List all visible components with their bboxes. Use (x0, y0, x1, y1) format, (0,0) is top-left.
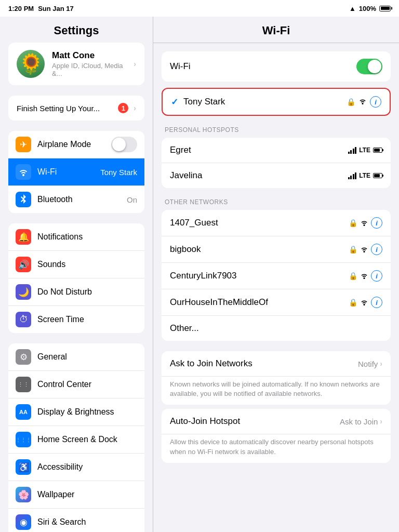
lock-icon: 🔒 (347, 98, 355, 106)
ask-to-join-value: Notify (358, 360, 378, 368)
accessibility-icon: ♿ (16, 459, 31, 475)
profile-name: Matt Cone (52, 50, 126, 61)
bar4 (355, 172, 356, 179)
info-icon-centurylink[interactable]: i (371, 270, 382, 282)
bar2 (350, 176, 352, 179)
wifi-toggle-label: Wi-Fi (170, 61, 191, 72)
airplane-icon: ✈ (16, 137, 31, 152)
lock-icon-ourhouse: 🔒 (349, 298, 357, 307)
bluetooth-icon (16, 192, 31, 207)
network-ourhouse-icons: 🔒 i (349, 297, 382, 308)
network-bigbook-icons: 🔒 i (349, 244, 382, 255)
controlcenter-icon: ⋮⋮ (16, 377, 31, 392)
wifi-toggle[interactable] (356, 59, 382, 74)
hotspot-javelina-icons: LTE (348, 172, 382, 179)
bar2 (350, 150, 352, 154)
status-bar-left: 1:20 PM Sun Jan 17 (8, 5, 74, 12)
time: 1:20 PM (8, 5, 34, 12)
controlcenter-label: Control Center (37, 380, 137, 389)
sidebar-item-notifications[interactable]: 🔔 Notifications (8, 223, 144, 251)
sidebar-item-donotdisturb[interactable]: 🌙 Do Not Disturb (8, 278, 144, 306)
auto-join-card: Auto-Join Hotspot Ask to Join › Allow th… (162, 409, 391, 462)
connected-network-name: Tony Stark (183, 97, 341, 107)
airplane-toggle[interactable] (111, 137, 137, 152)
sidebar-item-controlcenter[interactable]: ⋮⋮ Control Center (8, 371, 144, 398)
sidebar-item-display[interactable]: AA Display & Brightness (8, 398, 144, 426)
display-icon: AA (16, 404, 31, 420)
hotspot-javelina-name: Javelina (170, 170, 343, 181)
homescreen-icon: ⋮⋮⋮ (16, 432, 31, 447)
sounds-icon: 🔊 (16, 257, 31, 272)
ask-to-join-row[interactable]: Ask to Join Networks Notify › (162, 351, 391, 377)
accessibility-label: Accessibility (37, 462, 137, 472)
network-other[interactable]: Other... (162, 316, 391, 341)
network-ourhouse-name: OurHouseInTheMiddleOf (170, 297, 343, 308)
javelina-battery-icon (373, 173, 382, 178)
wifi-icon: ▲ (349, 5, 356, 12)
hotspots-card: Egret LTE Javelina (162, 138, 391, 188)
sidebar-item-wifi[interactable]: Wi-Fi Tony Stark (8, 158, 144, 186)
info-icon-bigbook[interactable]: i (371, 244, 382, 255)
connected-network-card[interactable]: ✓ Tony Stark 🔒 i (162, 88, 391, 116)
battery-icon (379, 6, 391, 11)
network-1407guest[interactable]: 1407_Guest 🔒 i (162, 210, 391, 236)
wifi-nav-label: Wi-Fi (37, 167, 94, 177)
ask-to-join-chevron: › (380, 360, 382, 368)
sidebar-title: Settings (0, 17, 153, 43)
hotspot-egret[interactable]: Egret LTE (162, 138, 391, 163)
network-centurylink-name: CenturyLink7903 (170, 271, 343, 281)
sidebar-item-sounds[interactable]: 🔊 Sounds (8, 251, 144, 278)
wifi-toggle-row: Wi-Fi (170, 51, 382, 82)
sidebar-item-homescreen[interactable]: ⋮⋮⋮ Home Screen & Dock (8, 426, 144, 454)
display-label: Display & Brightness (37, 407, 137, 417)
profile-info: Matt Cone Apple ID, iCloud, Media &... (52, 50, 126, 77)
sidebar-item-screentime[interactable]: ⏱ Screen Time (8, 306, 144, 333)
connectivity-group: ✈ Airplane Mode Wi-Fi Tony Stark (8, 131, 144, 213)
general-icon: ⚙ (16, 349, 31, 365)
sidebar-item-general[interactable]: ⚙ General (8, 343, 144, 371)
profile-card[interactable]: Matt Cone Apple ID, iCloud, Media &... › (8, 43, 144, 85)
hotspot-javelina[interactable]: Javelina LTE (162, 163, 391, 188)
sidebar-item-wallpaper[interactable]: 🌸 Wallpaper (8, 481, 144, 509)
notifications-icon: 🔔 (16, 229, 31, 245)
wallpaper-icon: 🌸 (16, 487, 31, 502)
connected-info-icon[interactable]: i (370, 96, 381, 108)
right-panel-title: Wi-Fi (153, 17, 399, 43)
lock-icon-bigbook: 🔒 (349, 245, 357, 254)
auto-join-chevron: › (380, 417, 382, 425)
sidebar-item-airplane[interactable]: ✈ Airplane Mode (8, 131, 144, 158)
profile-chevron: › (134, 60, 136, 68)
bar3 (353, 149, 354, 154)
auto-join-row[interactable]: Auto-Join Hotspot Ask to Join › (162, 409, 391, 434)
personal-hotspots-header: PERSONAL HOTSPOTS (162, 126, 391, 138)
hotspot-egret-name: Egret (170, 145, 343, 155)
wifi-icon-bigbook (360, 246, 368, 252)
screentime-label: Screen Time (37, 315, 137, 324)
date: Sun Jan 17 (38, 5, 74, 12)
network-centurylink[interactable]: CenturyLink7903 🔒 i (162, 263, 391, 289)
network-bigbook-name: bigbook (170, 244, 343, 255)
system-group: ⚙ General ⋮⋮ Control Center AA Display &… (8, 343, 144, 532)
sidebar-item-bluetooth[interactable]: Bluetooth On (8, 186, 144, 213)
info-icon-ourhouse[interactable]: i (371, 297, 382, 308)
network-ourhouse[interactable]: OurHouseInTheMiddleOf 🔒 i (162, 289, 391, 316)
setup-text: Finish Setting Up Your... (17, 104, 118, 113)
sidebar-item-accessibility[interactable]: ♿ Accessibility (8, 454, 144, 481)
signal-bars (348, 147, 357, 154)
wifi-icon-ourhouse (360, 299, 368, 305)
ask-to-join-subtitle: Known networks will be joined automatica… (162, 377, 391, 405)
notifications-label: Notifications (37, 232, 137, 242)
auto-join-subtitle: Allow this device to automatically disco… (162, 434, 391, 462)
setup-banner[interactable]: Finish Setting Up Your... 1 › (8, 96, 144, 121)
network-1407guest-icons: 🔒 i (349, 217, 382, 229)
sidebar-item-siri[interactable]: ◉ Siri & Search (8, 509, 144, 532)
lock-icon-1407: 🔒 (349, 219, 357, 227)
info-icon-1407[interactable]: i (371, 217, 382, 229)
auto-join-value: Ask to Join (340, 417, 378, 426)
right-content: Wi-Fi ✓ Tony Stark 🔒 (153, 43, 399, 475)
main-layout: Settings Matt Cone Apple ID, iCloud, Med… (0, 17, 399, 532)
network-other-name: Other... (170, 323, 382, 334)
network-bigbook[interactable]: bigbook 🔒 i (162, 236, 391, 263)
donotdisturb-icon: 🌙 (16, 284, 31, 300)
airplane-label: Airplane Mode (37, 140, 105, 149)
